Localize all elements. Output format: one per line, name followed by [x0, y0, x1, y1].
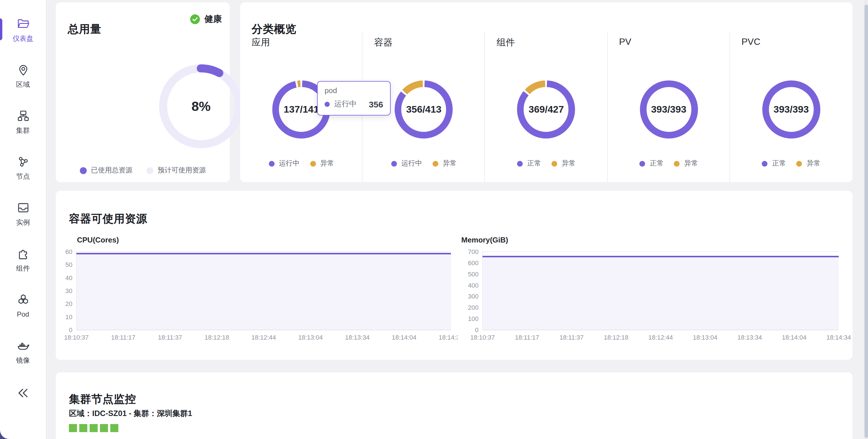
x-axis-label: 18:10:37	[470, 334, 495, 341]
legend-item-bad[interactable]: 异常	[552, 158, 576, 168]
category-legend: 正常异常	[608, 158, 730, 168]
page-scrollbar-track[interactable]	[864, 0, 868, 439]
sidebar-item-instance[interactable]: 实例	[0, 201, 46, 233]
sidebar-item-dashboard[interactable]: 仪表盘	[0, 17, 46, 50]
legend-dot	[146, 167, 153, 174]
y-axis-label: 500	[468, 271, 478, 278]
x-axis-label: 18:11:17	[111, 334, 135, 341]
y-axis-label: 300	[468, 293, 478, 300]
sidebar-item-region[interactable]: 区域	[0, 63, 46, 95]
category-donut-chart[interactable]: 393/393	[640, 81, 698, 139]
legend-label: 运行中	[279, 158, 300, 168]
x-axis-label: 18:11:17	[515, 334, 539, 341]
y-axis-label: 600	[468, 259, 478, 267]
total-usage-card: 总用量 健康 8% 已使用总资源 预计可使用资源	[56, 2, 230, 182]
category-donut-chart[interactable]: 356/413	[395, 81, 453, 139]
tooltip-row: 运行中 356	[324, 99, 383, 109]
category-label: 应用	[252, 37, 270, 49]
legend-dot	[310, 160, 316, 166]
category-legend: 正常异常	[730, 158, 852, 168]
category-column-3: PV393/393正常异常	[608, 32, 730, 182]
legend-item-ok[interactable]: 正常	[639, 158, 663, 168]
category-column-2: 组件369/427正常异常	[485, 32, 608, 182]
legend-item-bad[interactable]: 异常	[674, 158, 698, 168]
sidebar-item-pod[interactable]: Pod	[0, 293, 46, 325]
legend-dot	[269, 160, 274, 166]
legend-dot	[432, 160, 438, 166]
category-label: 容器	[374, 37, 392, 49]
category-donut-chart[interactable]: 393/393	[762, 81, 820, 139]
category-label: PV	[619, 37, 631, 47]
component-puzzle-icon	[17, 247, 30, 263]
y-axis-label: 400	[468, 282, 478, 289]
legend-label: 异常	[320, 158, 334, 168]
node-status-square[interactable]	[100, 424, 108, 432]
node-status-square[interactable]	[110, 424, 118, 432]
sidebar-item-node[interactable]: 节点	[0, 155, 46, 187]
legend-item-bad[interactable]: 异常	[797, 158, 820, 168]
cpu-available-chart[interactable]: CPU(Cores) 010203040506018:10:3718:11:17…	[61, 234, 458, 344]
x-axis-label: 18:13:34	[345, 334, 370, 341]
sidebar-nav: 仪表盘 区域 集群 节点	[0, 17, 46, 371]
tooltip-title: pod	[324, 86, 383, 95]
page-scrollbar-thumb[interactable]	[864, 5, 868, 438]
legend-item-ok[interactable]: 正常	[762, 158, 786, 168]
node-status-square[interactable]	[69, 424, 77, 432]
category-column-4: PVC393/393正常异常	[730, 32, 852, 182]
legend-item-used[interactable]: 已使用总资源	[80, 166, 132, 175]
sidebar-item-label: 仪表盘	[13, 34, 33, 42]
legend-item-bad[interactable]: 异常	[310, 158, 334, 168]
node-status-square[interactable]	[79, 424, 87, 432]
legend-item-ok[interactable]: 正常	[517, 158, 541, 168]
pod-hexagons-icon	[17, 293, 30, 309]
y-axis-label: 0	[69, 326, 72, 333]
category-legend: 运行中异常	[363, 158, 485, 168]
dashboard-folder-icon	[17, 17, 30, 33]
legend-label: 异常	[807, 158, 820, 168]
sidebar-item-label: 组件	[16, 264, 30, 272]
y-axis-label: 200	[468, 304, 478, 311]
card-title: 集群节点监控	[69, 392, 136, 407]
sidebar-item-component[interactable]: 组件	[0, 247, 46, 279]
legend-label: 异常	[562, 158, 576, 168]
legend-label: 正常	[527, 158, 541, 168]
image-whale-icon	[17, 339, 30, 354]
sidebar-item-label: Pod	[17, 310, 29, 318]
legend-label: 异常	[443, 158, 456, 168]
sidebar: 仪表盘 区域 集群 节点	[0, 0, 46, 439]
x-axis-label: 18:13:34	[737, 334, 762, 341]
node-status-squares	[69, 424, 118, 432]
sidebar-collapse-button[interactable]	[0, 386, 46, 402]
tooltip-series-value: 356	[369, 99, 383, 109]
category-donut-chart[interactable]: 369/427	[517, 81, 575, 139]
x-axis-label: 18:12:18	[205, 334, 229, 341]
status-badge-label: 健康	[205, 14, 222, 25]
sidebar-item-label: 节点	[16, 172, 30, 180]
chart-tooltip: pod 运行中 356	[317, 81, 391, 116]
memory-available-chart[interactable]: Memory(GiB) 010020030040050060070018:10:…	[454, 234, 852, 344]
category-legend: 运行中异常	[240, 158, 363, 168]
legend-dot	[552, 160, 557, 166]
legend-item-bad[interactable]: 异常	[432, 158, 456, 168]
legend-item-available[interactable]: 预计可使用资源	[146, 166, 206, 175]
cluster-icon	[17, 109, 30, 125]
legend-item-ok[interactable]: 运行中	[269, 158, 300, 168]
legend-label: 运行中	[401, 158, 422, 168]
double-chevron-left-icon	[16, 386, 30, 402]
y-axis-label: 10	[65, 314, 72, 321]
y-axis-label: 60	[65, 248, 72, 256]
total-usage-donut-chart[interactable]: 8%	[159, 64, 243, 148]
region-pin-icon	[17, 63, 30, 79]
x-axis-label: 18:12:44	[251, 334, 276, 341]
category-label: 组件	[497, 37, 515, 49]
sidebar-item-image[interactable]: 镜像	[0, 339, 46, 371]
sidebar-item-cluster[interactable]: 集群	[0, 109, 46, 141]
legend-item-ok[interactable]: 运行中	[391, 158, 422, 168]
x-axis-label: 18:12:18	[604, 334, 628, 341]
tooltip-series-label: 运行中	[334, 99, 357, 109]
region-cluster-label: 区域：IDC-SZ01 - 集群：深圳集群1	[69, 409, 192, 419]
legend-dot	[391, 160, 397, 166]
node-status-square[interactable]	[90, 424, 97, 432]
x-axis-label: 18:11:37	[158, 334, 182, 341]
legend-label: 正常	[650, 158, 663, 168]
